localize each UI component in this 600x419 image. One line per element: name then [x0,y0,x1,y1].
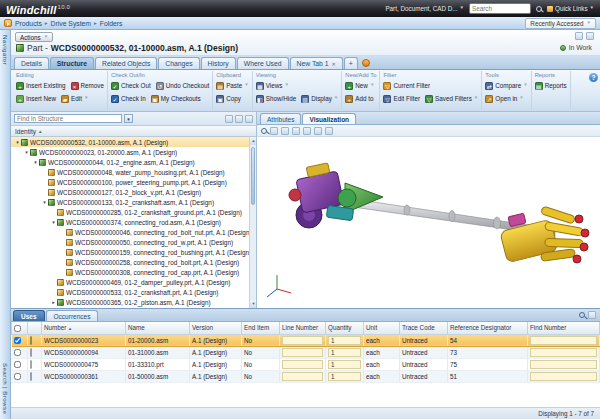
tab-details[interactable]: Details [14,57,49,69]
ribbon-button-edit[interactable]: ▰Edit▼ [61,95,88,103]
ribbon-button-open-in[interactable]: ↗Open in▼ [485,95,524,103]
3d-viewport[interactable] [257,137,600,308]
breadcrumb-item-folders[interactable]: Folders [100,20,123,27]
scroll-up-icon[interactable]: ▲ [250,137,257,145]
viewer-tab-attributes[interactable]: Attributes [260,113,301,124]
cad-model-crankshaft-assembly[interactable] [257,137,600,308]
scrollbar-thumb[interactable] [251,147,255,205]
ribbon-button-display[interactable]: ▥Display▼ [301,95,338,103]
find-number-input[interactable] [530,360,597,369]
row-checkbox[interactable] [14,373,21,380]
add-tab-button[interactable]: + [344,57,358,69]
find-number-input[interactable] [530,372,597,381]
tab-related-objects[interactable]: Related Objects [95,57,157,69]
ribbon-button-current-filter[interactable]: ▽Current Filter [383,82,430,90]
tree-node[interactable]: WCDS0000000100, power_steering_pump.prt,… [11,177,256,187]
tree-node[interactable]: ▸WCDS0000000365, 01-2_piston.asm, A.1 (D… [11,297,256,307]
row-checkbox[interactable] [14,337,21,344]
column-header-unit[interactable]: Unit [364,322,400,334]
tree-node[interactable]: ▾WCDS0000000133, 01-2_crankshaft.asm, A.… [11,197,256,207]
recently-accessed-dropdown[interactable]: Recently Accessed▼ [525,18,596,29]
zoom-icon[interactable] [261,128,267,134]
ribbon-button-copy[interactable]: ▣Copy [216,95,241,103]
ribbon-button-edit-filter[interactable]: ▽Edit Filter [383,95,420,103]
table-row[interactable]: WCDS000000002301-20000.asmA.1 (Design)No… [12,334,600,346]
table-row[interactable]: WCDS000000009401-31000.asmA.1 (Design)No… [12,346,600,358]
tree-node[interactable]: WCDS0000000258, connecting_rod_bolt.prt,… [11,257,256,267]
row-checkbox[interactable] [14,349,21,356]
collapse-icon[interactable]: ▾ [14,139,21,145]
ribbon-button-compare[interactable]: ⇄Compare▼ [485,82,527,90]
tab-changes[interactable]: Changes [158,57,199,69]
tree-node[interactable]: WCDS0000000285, 01-2_crankshaft_ground.p… [11,207,256,217]
ribbon-button-check-in[interactable]: ✓Check In [111,95,146,103]
navigator-tab[interactable]: Navigator [2,35,9,65]
select-all-checkbox[interactable] [14,325,21,332]
find-number-input[interactable] [530,336,597,345]
column-header-quantity[interactable]: Quantity [326,322,364,334]
quick-links-menu[interactable]: Quick Links▼ [547,5,594,12]
scroll-down-icon[interactable]: ▼ [250,300,257,308]
bottom-tab-uses[interactable]: Uses [13,310,45,321]
collapse-icon[interactable]: ▾ [32,159,39,165]
viewer-tab-visualization[interactable]: Visualization [302,113,356,124]
tab-where-used[interactable]: Where Used [237,57,289,69]
ribbon-button-insert-new[interactable]: +Insert New [16,95,56,103]
search-icon[interactable] [536,6,542,12]
tree-node[interactable]: WCDS0000000469, 01-2_damper_pulley.prt, … [11,277,256,287]
line-number-input[interactable] [282,348,323,357]
collapse-all-icon[interactable] [245,115,253,123]
ribbon-button-insert-existing[interactable]: +Insert Existing [16,82,66,90]
rotate-icon[interactable] [314,127,322,135]
line-number-input[interactable] [282,372,323,381]
fit-view-icon[interactable] [292,127,300,135]
tab-history[interactable]: History [201,57,236,69]
search-scope-dropdown[interactable]: Part, Document, CAD D...▼ [385,5,464,12]
binoculars-icon[interactable] [225,115,233,123]
tree-node[interactable]: WCDS0000000050, connecting_rod_w.prt, A.… [11,237,256,247]
help-icon[interactable]: ? [589,73,598,82]
collapse-icon[interactable]: ▾ [23,149,30,155]
search-input-box[interactable] [469,3,531,14]
tree-node[interactable]: ▾WCDS0000000532, 01-10000.asm, A.1 (Desi… [11,137,256,147]
ribbon-button-saved-filters[interactable]: ▽Saved Filters▼ [425,95,478,103]
search-input[interactable] [472,5,528,12]
find-in-structure-input[interactable] [14,114,122,123]
zoom-in-icon[interactable] [270,127,278,135]
breadcrumb-item-products[interactable]: Products [15,20,42,27]
mail-icon[interactable] [575,32,583,40]
quantity-input[interactable]: 1 [328,372,361,381]
ribbon-button-remove[interactable]: ×Remove [71,82,104,90]
ribbon-button-my-checkouts[interactable]: ▣My Checkouts [151,95,201,103]
table-settings-icon[interactable] [588,311,596,319]
tree-node[interactable]: WCDS0000000308, connecting_rod_cap.prt, … [11,267,256,277]
tree-node[interactable]: WCDS0000000046, connecting_rod_bolt_nut.… [11,227,256,237]
ribbon-button-paste[interactable]: ▤Paste▼ [216,82,249,90]
collapse-icon[interactable]: ▾ [50,219,57,225]
expand-icon[interactable]: ▸ [50,299,57,305]
ribbon-button-undo-checkout[interactable]: ↺Undo Checkout [156,82,209,90]
ribbon-button-add-to[interactable]: +Add to [345,95,373,103]
actions-button[interactable]: Actions▼ [15,32,53,42]
tree-node[interactable]: WCDS0000000533, 01-2_crankshaft.prt, A.1… [11,287,256,297]
column-header-trace-code[interactable]: Trace Code [400,322,448,334]
collapse-icon[interactable]: ▾ [41,199,48,205]
quantity-input[interactable]: 1 [328,348,361,357]
tree-node[interactable]: ▾WCDS0000000044, 01-2_engine.asm, A.1 (D… [11,157,256,167]
tree-node[interactable]: WCDS0000000159, connecting_rod_bushing.p… [11,247,256,257]
pan-icon[interactable] [303,127,311,135]
find-dropdown-icon[interactable]: ▼ [124,114,133,123]
bottom-tab-occurrences[interactable]: Occurrences [46,310,99,321]
tree-node[interactable]: ▾WCDS0000000023, 01-20000.asm, A.1 (Desi… [11,147,256,157]
print-icon[interactable] [586,32,594,40]
zoom-out-icon[interactable] [281,127,289,135]
column-header-version[interactable]: Version [190,322,242,334]
line-number-input[interactable] [282,336,323,345]
tree-scrollbar[interactable]: ▲ ▼ [249,137,256,308]
view-options-icon[interactable] [325,127,333,135]
identity-column-header[interactable]: Identity ▲ [11,126,257,137]
column-header-reference-designator[interactable]: Reference Designator [448,322,528,334]
ribbon-button-views[interactable]: ▦Views▼ [256,82,289,90]
close-icon[interactable]: ✕ [332,61,336,67]
ribbon-button-check-out[interactable]: ✓Check Out [111,82,151,90]
